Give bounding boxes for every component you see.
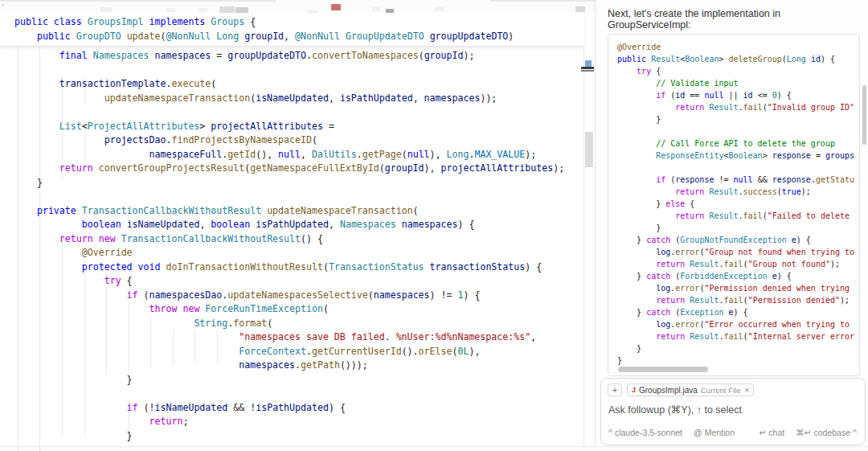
model-selector[interactable]: ^ claude-3.5-sonnet xyxy=(608,428,682,437)
code-line: } xyxy=(617,355,859,367)
code-line: private TransactionCallbackWithoutResult… xyxy=(14,204,584,219)
code-line xyxy=(14,105,584,120)
chat-submit-label: chat xyxy=(768,428,784,437)
code-line: return convertGroupProjectsResult(getNam… xyxy=(14,162,584,176)
chat-input-placeholder[interactable]: Ask followup (⌘Y), ↑ to select xyxy=(608,404,742,416)
tab-strip-left xyxy=(0,0,276,2)
code-line: log.error("Error occurred when trying to xyxy=(617,318,859,330)
enter-icon: ↵ xyxy=(760,428,767,437)
code-line: String.format( xyxy=(14,317,584,331)
code-line: log.error("Group not found when trying t… xyxy=(617,246,859,258)
code-line: final Namespaces namespaces = groupUpdat… xyxy=(14,49,584,64)
sticky-scope-header[interactable]: public class GroupsImpl implements Group… xyxy=(0,13,584,47)
code-line xyxy=(617,125,859,137)
code-line: updateNamespaceTransaction(isNameUpdated… xyxy=(14,92,584,106)
context-file-kind: Current File xyxy=(701,386,741,395)
overview-ruler-line xyxy=(581,67,594,69)
code-line: public class GroupsImpl implements Group… xyxy=(14,15,584,30)
code-line: } xyxy=(617,113,859,125)
code-line: return Result.fail("Permission denied"); xyxy=(617,294,859,306)
code-line: @Override xyxy=(14,246,584,260)
code-line: "namespaces save DB failed. %nUser:%d%nN… xyxy=(14,330,584,345)
code-line: public Result<Boolean> deleteGroup(Long … xyxy=(617,53,859,65)
chip-close-icon[interactable]: × xyxy=(744,386,749,395)
chat-code-block: @Overridepublic Result<Boolean> deleteGr… xyxy=(608,34,860,376)
code-line: ResponseEntity<Boolean> response = group… xyxy=(617,150,859,162)
code-block-hscrollbar-thumb[interactable] xyxy=(618,367,708,372)
code-line: return Result.fail("Internal server erro… xyxy=(617,330,859,342)
editor-vscrollbar-thumb[interactable] xyxy=(585,132,593,167)
codebase-submit-button[interactable]: ⌘↵ codebase ^ xyxy=(796,428,857,437)
code-line: return new TransactionCallbackWithoutRes… xyxy=(14,232,584,247)
redacted-tab-label xyxy=(372,7,380,11)
redacted-tab-label xyxy=(575,6,585,12)
chat-submit-button[interactable]: ↵ chat xyxy=(760,428,785,437)
context-file-chip[interactable]: J GroupsImpl.java Current File × xyxy=(627,383,754,396)
code-line: projectsDao.findProjectsByNamespaceID( xyxy=(14,133,584,148)
code-line: } catch (GroupNotFoundException e) { xyxy=(617,234,859,246)
code-line: List<ProjectAllAttributes> projectAllAtt… xyxy=(14,120,584,134)
code-line: if (response != null && response.getStat… xyxy=(617,174,859,186)
modified-file-indicator xyxy=(331,4,341,10)
code-line: transactionTemplate.execute( xyxy=(14,77,584,92)
code-line: } else { xyxy=(617,198,859,210)
editor-pane: › public class GroupsImpl implements Gro… xyxy=(0,0,595,451)
overview-ruler-line xyxy=(581,70,594,72)
code-line: return Result.fail("Group not found"); xyxy=(617,258,859,270)
code-line: @Override xyxy=(617,41,859,53)
code-line: return Result.fail("Failed to delete xyxy=(617,210,859,222)
at-icon: @ xyxy=(694,428,702,437)
code-line: } xyxy=(617,342,859,355)
redacted-tab-label xyxy=(166,8,175,12)
code-line: if (id == null || id <= 0) { xyxy=(617,89,859,101)
editor-code-area[interactable]: final Namespaces namespaces = groupUpdat… xyxy=(0,47,584,451)
model-name: claude-3.5-sonnet xyxy=(615,428,682,437)
add-context-button[interactable]: + xyxy=(608,383,622,396)
context-file-name: GroupsImpl.java xyxy=(639,386,698,395)
mention-button[interactable]: @ Mention xyxy=(694,428,735,437)
redacted-tab-label xyxy=(434,7,444,11)
chat-code-content[interactable]: @Overridepublic Result<Boolean> deleteGr… xyxy=(608,35,859,367)
code-line: namespaceFull.getId(), null, DalUtils.ge… xyxy=(14,148,584,162)
chat-scrollbar-thumb[interactable] xyxy=(862,85,866,145)
context-chips-row: + J GroupsImpl.java Current File × xyxy=(608,383,754,396)
code-line: // Call Force API to delete the group xyxy=(617,137,859,150)
cursor-window: › public class GroupsImpl implements Gro… xyxy=(0,0,868,451)
code-line: return Result.success(true); xyxy=(617,186,859,198)
code-line: ForceContext.getCurrentUserId().orElse(0… xyxy=(14,345,584,359)
redacted-tab-label xyxy=(199,8,207,12)
code-line xyxy=(617,162,859,174)
chevron-up-icon: ^ xyxy=(853,428,857,437)
chat-input[interactable]: + J GroupsImpl.java Current File × Ask f… xyxy=(600,378,866,445)
chevron-up-icon: ^ xyxy=(608,428,612,437)
code-line: } xyxy=(14,429,584,444)
assistant-message-text: Next, let's create the implementation in… xyxy=(608,8,857,31)
code-line: if (namespacesDao.updateNamespacesSelect… xyxy=(14,289,584,303)
code-line: boolean isNameUpdated, boolean isPathUpd… xyxy=(14,218,584,232)
codebase-submit-label: codebase xyxy=(814,428,851,437)
redacted-tab-label xyxy=(100,7,112,12)
chat-input-footer: ^ claude-3.5-sonnet @ Mention ↵ chat ⌘↵ … xyxy=(608,428,857,437)
code-line: } xyxy=(14,373,584,387)
code-line: try { xyxy=(617,65,859,77)
code-line: if (!isNameUpdated && !isPathUpdated) { xyxy=(14,401,584,416)
code-line xyxy=(14,387,584,401)
code-line: throw new ForceRunTimeException( xyxy=(14,302,584,317)
code-line: } xyxy=(14,176,584,191)
code-line: // Validate input xyxy=(617,77,859,89)
java-file-icon: J xyxy=(632,386,636,394)
code-line: public GroupDTO update(@NonNull Long gro… xyxy=(14,30,584,44)
code-line: } catch (Exception e) { xyxy=(617,306,859,318)
breadcrumb-chevron-icon: › xyxy=(2,1,4,9)
code-line: return; xyxy=(14,415,584,429)
code-line: } xyxy=(617,222,859,234)
code-line xyxy=(14,64,584,78)
overview-ruler-marker[interactable] xyxy=(585,60,592,67)
code-line: try { xyxy=(14,274,584,289)
code-line: protected void doInTransactionWithoutRes… xyxy=(14,260,584,275)
tab-strip-right xyxy=(490,0,595,2)
code-line: } catch (ForbiddenException e) { xyxy=(617,270,859,282)
tab-bar[interactable]: › xyxy=(0,0,595,13)
chat-panel: Next, let's create the implementation in… xyxy=(596,0,868,451)
cmd-enter-icon: ⌘↵ xyxy=(796,428,811,437)
